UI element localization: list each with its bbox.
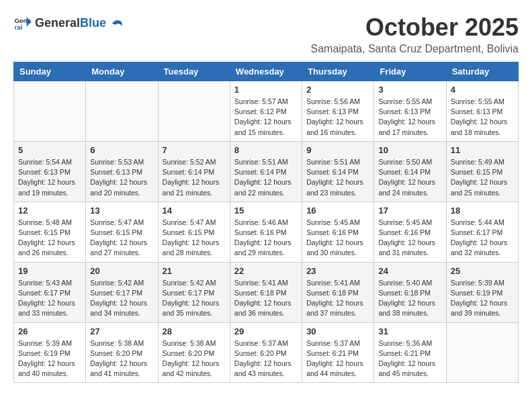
calendar-cell: 22Sunrise: 5:41 AM Sunset: 6:18 PM Dayli…: [230, 262, 302, 322]
calendar-cell: 16Sunrise: 5:45 AM Sunset: 6:16 PM Dayli…: [302, 201, 374, 262]
day-info: Sunrise: 5:41 AM Sunset: 6:18 PM Dayligh…: [234, 278, 298, 319]
day-number: 22: [234, 266, 298, 276]
day-number: 9: [306, 145, 369, 155]
logo-bird-icon: [111, 17, 123, 30]
day-number: 18: [451, 205, 514, 216]
calendar-cell: 12Sunrise: 5:48 AM Sunset: 6:15 PM Dayli…: [14, 201, 86, 262]
calendar-cell: 8Sunrise: 5:51 AM Sunset: 6:14 PM Daylig…: [230, 141, 302, 201]
calendar-cell: 26Sunrise: 5:39 AM Sunset: 6:19 PM Dayli…: [14, 322, 86, 383]
day-number: 28: [163, 326, 226, 336]
day-info: Sunrise: 5:50 AM Sunset: 6:14 PM Dayligh…: [378, 157, 441, 198]
day-number: 2: [306, 85, 369, 95]
day-info: Sunrise: 5:46 AM Sunset: 6:16 PM Dayligh…: [234, 218, 298, 259]
day-number: 20: [90, 266, 153, 276]
col-tuesday: Tuesday: [158, 62, 230, 81]
calendar-cell: 2Sunrise: 5:56 AM Sunset: 6:13 PM Daylig…: [302, 81, 374, 142]
calendar-cell: 21Sunrise: 5:42 AM Sunset: 6:17 PM Dayli…: [158, 262, 230, 322]
calendar-cell: 30Sunrise: 5:37 AM Sunset: 6:21 PM Dayli…: [302, 322, 374, 383]
day-info: Sunrise: 5:52 AM Sunset: 6:14 PM Dayligh…: [163, 157, 226, 198]
day-info: Sunrise: 5:57 AM Sunset: 6:12 PM Dayligh…: [234, 97, 298, 138]
day-number: 3: [378, 85, 441, 95]
title-block: October 2025 Samaipata, Santa Cruz Depar…: [311, 13, 519, 55]
day-info: Sunrise: 5:45 AM Sunset: 6:16 PM Dayligh…: [378, 218, 441, 259]
day-info: Sunrise: 5:47 AM Sunset: 6:15 PM Dayligh…: [163, 218, 226, 259]
calendar-week-row-2: 5Sunrise: 5:54 AM Sunset: 6:13 PM Daylig…: [14, 141, 519, 201]
calendar-cell: 6Sunrise: 5:53 AM Sunset: 6:13 PM Daylig…: [86, 141, 158, 201]
calendar-cell: 23Sunrise: 5:41 AM Sunset: 6:18 PM Dayli…: [302, 262, 374, 322]
calendar-cell: 10Sunrise: 5:50 AM Sunset: 6:14 PM Dayli…: [374, 141, 446, 201]
day-number: 1: [234, 85, 298, 95]
day-info: Sunrise: 5:37 AM Sunset: 6:21 PM Dayligh…: [306, 338, 369, 379]
calendar-cell: 15Sunrise: 5:46 AM Sunset: 6:16 PM Dayli…: [230, 201, 302, 262]
calendar-cell: [158, 81, 230, 142]
logo-general-text: General: [35, 16, 80, 30]
day-info: Sunrise: 5:39 AM Sunset: 6:19 PM Dayligh…: [451, 278, 514, 319]
day-info: Sunrise: 5:42 AM Sunset: 6:17 PM Dayligh…: [90, 278, 153, 319]
logo-blue-text: Blue: [80, 16, 106, 30]
calendar-cell: 7Sunrise: 5:52 AM Sunset: 6:14 PM Daylig…: [158, 141, 230, 201]
calendar-cell: 19Sunrise: 5:43 AM Sunset: 6:17 PM Dayli…: [14, 262, 86, 322]
location-subtitle: Samaipata, Santa Cruz Department, Bolivi…: [311, 43, 519, 55]
logo-icon: Gene ral: [13, 13, 32, 32]
day-info: Sunrise: 5:51 AM Sunset: 6:14 PM Dayligh…: [234, 157, 298, 198]
col-sunday: Sunday: [14, 62, 86, 81]
day-info: Sunrise: 5:38 AM Sunset: 6:20 PM Dayligh…: [163, 338, 226, 379]
calendar-cell: 27Sunrise: 5:38 AM Sunset: 6:20 PM Dayli…: [86, 322, 158, 383]
calendar-cell: 31Sunrise: 5:36 AM Sunset: 6:21 PM Dayli…: [374, 322, 446, 383]
day-info: Sunrise: 5:49 AM Sunset: 6:15 PM Dayligh…: [451, 157, 514, 198]
day-number: 31: [378, 326, 441, 336]
calendar-cell: [14, 81, 86, 142]
calendar-cell: [446, 322, 518, 383]
day-number: 16: [306, 205, 369, 216]
day-number: 12: [18, 205, 81, 216]
month-title: October 2025: [311, 13, 519, 42]
day-info: Sunrise: 5:44 AM Sunset: 6:17 PM Dayligh…: [451, 218, 514, 259]
day-info: Sunrise: 5:47 AM Sunset: 6:15 PM Dayligh…: [90, 218, 153, 259]
day-number: 23: [306, 266, 369, 276]
day-info: Sunrise: 5:41 AM Sunset: 6:18 PM Dayligh…: [306, 278, 369, 319]
day-number: 7: [163, 145, 226, 155]
calendar-week-row-5: 26Sunrise: 5:39 AM Sunset: 6:19 PM Dayli…: [14, 322, 519, 383]
calendar-cell: [86, 81, 158, 142]
day-info: Sunrise: 5:42 AM Sunset: 6:17 PM Dayligh…: [163, 278, 226, 319]
day-number: 25: [451, 266, 514, 276]
calendar-cell: 13Sunrise: 5:47 AM Sunset: 6:15 PM Dayli…: [86, 201, 158, 262]
logo: Gene ral GeneralBlue: [13, 13, 123, 32]
calendar-cell: 20Sunrise: 5:42 AM Sunset: 6:17 PM Dayli…: [86, 262, 158, 322]
day-number: 21: [163, 266, 226, 276]
day-info: Sunrise: 5:45 AM Sunset: 6:16 PM Dayligh…: [306, 218, 369, 259]
calendar-cell: 1Sunrise: 5:57 AM Sunset: 6:12 PM Daylig…: [230, 81, 302, 142]
day-info: Sunrise: 5:38 AM Sunset: 6:20 PM Dayligh…: [90, 338, 153, 379]
svg-text:ral: ral: [14, 24, 22, 31]
calendar-table: Sunday Monday Tuesday Wednesday Thursday…: [13, 62, 519, 383]
day-number: 4: [451, 85, 514, 95]
page-header: Gene ral GeneralBlue October 2025 Samaip…: [13, 13, 519, 55]
day-info: Sunrise: 5:55 AM Sunset: 6:13 PM Dayligh…: [451, 97, 514, 138]
day-info: Sunrise: 5:43 AM Sunset: 6:17 PM Dayligh…: [18, 278, 81, 319]
day-info: Sunrise: 5:55 AM Sunset: 6:13 PM Dayligh…: [378, 97, 441, 138]
day-info: Sunrise: 5:53 AM Sunset: 6:13 PM Dayligh…: [90, 157, 153, 198]
col-friday: Friday: [374, 62, 446, 81]
day-info: Sunrise: 5:48 AM Sunset: 6:15 PM Dayligh…: [18, 218, 81, 259]
day-number: 17: [378, 205, 441, 216]
calendar-cell: 3Sunrise: 5:55 AM Sunset: 6:13 PM Daylig…: [374, 81, 446, 142]
day-number: 30: [306, 326, 369, 336]
day-number: 6: [90, 145, 153, 155]
calendar-cell: 28Sunrise: 5:38 AM Sunset: 6:20 PM Dayli…: [158, 322, 230, 383]
day-info: Sunrise: 5:40 AM Sunset: 6:18 PM Dayligh…: [378, 278, 441, 319]
calendar-cell: 9Sunrise: 5:51 AM Sunset: 6:14 PM Daylig…: [302, 141, 374, 201]
calendar-cell: 25Sunrise: 5:39 AM Sunset: 6:19 PM Dayli…: [446, 262, 518, 322]
calendar-cell: 4Sunrise: 5:55 AM Sunset: 6:13 PM Daylig…: [446, 81, 518, 142]
day-number: 8: [234, 145, 298, 155]
day-info: Sunrise: 5:54 AM Sunset: 6:13 PM Dayligh…: [18, 157, 81, 198]
calendar-cell: 29Sunrise: 5:37 AM Sunset: 6:20 PM Dayli…: [230, 322, 302, 383]
col-thursday: Thursday: [302, 62, 374, 81]
col-monday: Monday: [86, 62, 158, 81]
day-number: 14: [163, 205, 226, 216]
calendar-header-row: Sunday Monday Tuesday Wednesday Thursday…: [14, 62, 519, 81]
calendar-cell: 18Sunrise: 5:44 AM Sunset: 6:17 PM Dayli…: [446, 201, 518, 262]
day-number: 5: [18, 145, 81, 155]
day-number: 10: [378, 145, 441, 155]
calendar-cell: 17Sunrise: 5:45 AM Sunset: 6:16 PM Dayli…: [374, 201, 446, 262]
day-info: Sunrise: 5:37 AM Sunset: 6:20 PM Dayligh…: [234, 338, 298, 379]
